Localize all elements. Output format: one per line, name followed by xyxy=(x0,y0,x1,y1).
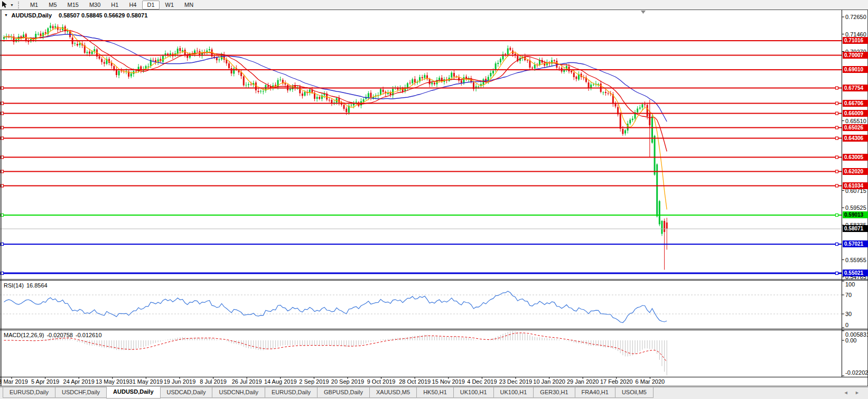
timeframe-button-h1[interactable]: H1 xyxy=(106,1,123,10)
timeframe-buttons: M1M5M15M30H1H4D1W1MN xyxy=(25,0,199,10)
symbol-tab-usdcnh-daily[interactable]: USDCNH,Daily xyxy=(212,387,265,398)
symbol-tab-uk100-h1[interactable]: UK100,H1 xyxy=(493,387,534,398)
symbol-tab-usdcad-daily[interactable]: USDCAD,Daily xyxy=(160,387,213,398)
symbol-tab-uk100-h1[interactable]: UK100,H1 xyxy=(453,387,494,398)
timeframe-button-m1[interactable]: M1 xyxy=(25,1,43,10)
tab-scroll-left-icon[interactable]: ◄ xyxy=(844,390,848,395)
symbol-tab-usoil-m5[interactable]: USOil,M5 xyxy=(615,387,654,398)
symbol-tab-audusd-daily[interactable]: AUDUSD,Daily xyxy=(106,387,160,398)
symbol-tab-fra40-h1[interactable]: FRA40,H1 xyxy=(575,387,615,398)
toolbar-grip xyxy=(18,2,21,8)
tab-scroll-arrows: ◄ ► xyxy=(838,390,860,395)
symbol-tab-ger30-h1[interactable]: GER30,H1 xyxy=(533,387,575,398)
symbol-tab-eurusd-daily[interactable]: EURUSD,Daily xyxy=(3,387,55,398)
macd-name: MACD(12,26,9) xyxy=(4,332,44,338)
symbol-tab-eurusd-daily[interactable]: EURUSD,Daily xyxy=(265,387,318,398)
dropdown-caret-icon[interactable]: ▼ xyxy=(10,3,14,7)
timeframe-button-w1[interactable]: W1 xyxy=(161,1,179,10)
chart-title: ▼ AUDUSD,Daily 0.58507 0.58845 0.56629 0… xyxy=(4,12,147,18)
chart-ohlc-values: 0.58507 0.58845 0.56629 0.58071 xyxy=(59,12,147,18)
quick-trade-toggle-icon[interactable]: ▼ xyxy=(4,13,8,17)
symbol-tab-hk50-h1[interactable]: HK50,H1 xyxy=(416,387,454,398)
symbol-tab-gbpusd-daily[interactable]: GBPUSD,Daily xyxy=(317,387,370,398)
timeframe-button-h4[interactable]: H4 xyxy=(124,1,141,10)
rsi-indicator-label: RSI(14)16.8564 xyxy=(4,282,50,289)
rsi-value: 16.8564 xyxy=(26,282,48,289)
cursor-tool-icon[interactable] xyxy=(0,1,10,9)
macd-main-value: -0.020758 xyxy=(46,332,73,338)
macd-signal-value: -0.012610 xyxy=(76,332,102,338)
timeframe-button-m30[interactable]: M30 xyxy=(85,1,105,10)
toolbar: ▼ M1M5M15M30H1H4D1W1MN xyxy=(0,0,868,10)
rsi-name: RSI(14) xyxy=(4,282,24,289)
timeframe-button-d1[interactable]: D1 xyxy=(142,1,159,10)
symbol-tab-xauusd-m5[interactable]: XAUUSD,M5 xyxy=(369,387,417,398)
macd-indicator-label: MACD(12,26,9)-0.020758-0.012610 xyxy=(4,332,105,338)
timeframe-button-mn[interactable]: MN xyxy=(180,1,198,10)
symbol-tab-usdchf-daily[interactable]: USDCHF,Daily xyxy=(55,387,107,398)
tab-scroll-right-icon[interactable]: ► xyxy=(855,390,860,395)
timeframe-button-m5[interactable]: M5 xyxy=(44,1,61,10)
tab-bar: EURUSD,DailyUSDCHF,DailyAUDUSD,DailyUSDC… xyxy=(0,387,868,399)
timeframe-button-m15[interactable]: M15 xyxy=(63,1,83,10)
chart-window-background xyxy=(0,10,868,386)
chart-symbol-period: AUDUSD,Daily xyxy=(12,12,52,18)
